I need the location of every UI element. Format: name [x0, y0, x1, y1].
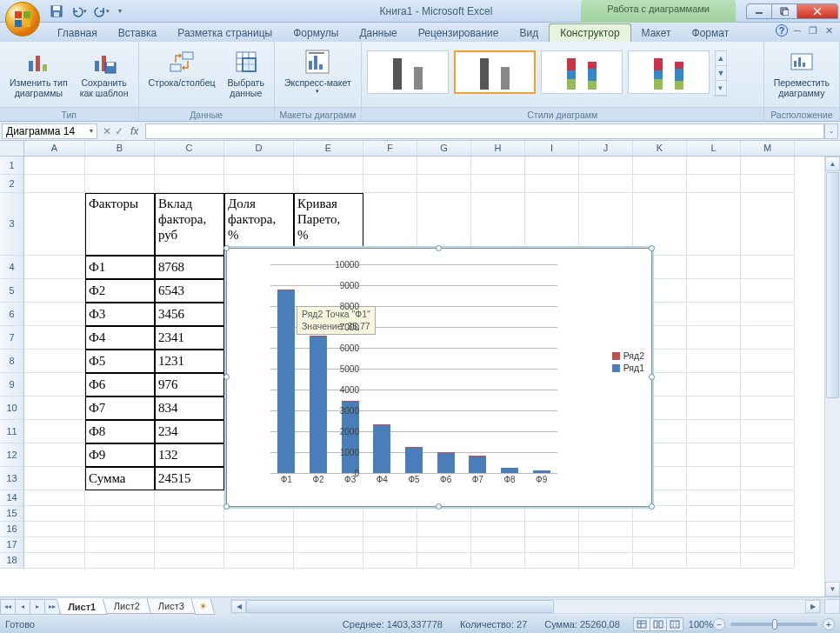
tab-home[interactable]: Главная [47, 24, 108, 42]
normal-view-icon[interactable] [633, 617, 650, 631]
resize-handle[interactable] [223, 245, 230, 251]
horizontal-scrollbar[interactable]: ◀ ▶ [230, 599, 821, 614]
scroll-left-icon[interactable]: ◀ [231, 600, 246, 613]
zoom-level[interactable]: 100% [689, 619, 713, 630]
scroll-up-icon[interactable]: ▲ [825, 157, 840, 171]
zoom-slider[interactable] [730, 623, 817, 626]
tab-chart-format[interactable]: Формат [682, 24, 740, 42]
svg-rect-13 [36, 56, 40, 71]
resize-handle[interactable] [649, 503, 655, 510]
zoom-out-icon[interactable]: − [713, 618, 725, 630]
doc-minimize-icon[interactable]: ─ [791, 24, 803, 37]
office-button[interactable] [5, 2, 40, 37]
col-header[interactable]: E [294, 141, 363, 156]
chart-bar[interactable] [277, 264, 295, 473]
vertical-scrollbar[interactable]: ▲ ▼ [824, 157, 840, 596]
svg-rect-6 [54, 12, 59, 17]
change-chart-type-button[interactable]: Изменить тип диаграммы [5, 45, 72, 101]
qat-customize-icon[interactable]: ▾ [115, 2, 125, 21]
formula-bar[interactable] [145, 123, 824, 139]
col-header[interactable]: I [525, 141, 579, 156]
tab-review[interactable]: Рецензирование [408, 24, 510, 42]
formula-bar-expand-icon[interactable]: ⌄ [824, 123, 838, 139]
tab-page-layout[interactable]: Разметка страницы [167, 24, 283, 42]
col-header[interactable]: A [24, 141, 85, 156]
sheet-tab-3[interactable]: Лист3 [147, 599, 197, 614]
maximize-button[interactable] [771, 3, 797, 19]
move-chart-button[interactable]: Переместить диаграмму [770, 45, 834, 101]
zoom-in-icon[interactable]: + [823, 618, 835, 630]
embedded-chart[interactable]: Ряд2Ряд1 Ряд2 Точка "Ф1" Значение: 35,77… [226, 248, 652, 507]
sheet-tab-2[interactable]: Лист2 [103, 599, 152, 614]
enter-formula-icon[interactable]: ✓ [115, 125, 123, 137]
col-header[interactable]: M [741, 141, 795, 156]
redo-icon[interactable]: ▾ [92, 2, 111, 21]
col-header[interactable]: B [85, 141, 155, 156]
name-box[interactable]: Диаграмма 14▾ [2, 123, 97, 139]
resize-handle[interactable] [436, 503, 442, 510]
col-header[interactable]: F [363, 141, 417, 156]
col-header[interactable]: H [471, 141, 525, 156]
minimize-button[interactable] [746, 3, 772, 19]
col-header[interactable]: J [579, 141, 633, 156]
doc-restore-icon[interactable]: ❐ [807, 24, 819, 37]
vscroll-thumb[interactable] [826, 172, 839, 398]
close-button[interactable] [797, 3, 838, 19]
select-all-button[interactable] [0, 141, 24, 156]
resize-handle[interactable] [223, 374, 230, 380]
namebox-dropdown-icon[interactable]: ▾ [90, 127, 93, 135]
tab-chart-design[interactable]: Конструктор [549, 23, 630, 42]
chart-bar[interactable] [405, 264, 423, 473]
tab-chart-layout[interactable]: Макет [631, 24, 682, 42]
x-axis-label: Ф2 [303, 475, 334, 484]
svg-rect-3 [23, 20, 30, 27]
scroll-right-icon[interactable]: ▶ [805, 600, 820, 613]
save-icon[interactable] [47, 2, 66, 21]
legend-item[interactable]: Ряд1 [612, 363, 644, 373]
tab-nav-first-icon[interactable]: ◂◂ [0, 599, 16, 615]
chart-bar[interactable] [373, 264, 390, 473]
chart-bar[interactable] [501, 264, 518, 473]
switch-row-column-button[interactable]: Строка/столбец [144, 45, 220, 90]
resize-handle[interactable] [223, 503, 230, 510]
chart-style-item[interactable] [367, 50, 449, 94]
col-header[interactable]: C [155, 141, 224, 156]
resize-handle[interactable] [649, 374, 655, 380]
resize-handle[interactable] [649, 245, 655, 251]
save-as-template-button[interactable]: Сохранить как шаблон [76, 45, 133, 101]
chart-bar[interactable] [437, 264, 455, 473]
style-gallery-scroll[interactable]: ▲▼▾ [715, 50, 727, 97]
legend-item[interactable]: Ряд2 [612, 350, 644, 361]
undo-icon[interactable]: ▾ [70, 2, 89, 21]
chart-style-item[interactable] [541, 50, 623, 94]
quick-layout-button[interactable]: Экспресс-макет▾ [280, 45, 356, 97]
sheet-tab-1[interactable]: Лист1 [56, 598, 107, 615]
new-sheet-button[interactable]: ✶ [191, 599, 216, 615]
tab-data[interactable]: Данные [349, 24, 407, 42]
select-data-button[interactable]: Выбрать данные [223, 45, 269, 101]
page-layout-view-icon[interactable] [650, 617, 667, 631]
chart-legend[interactable]: Ряд2Ряд1 [612, 349, 644, 375]
col-header[interactable]: L [687, 141, 741, 156]
cancel-formula-icon[interactable]: ✕ [103, 125, 111, 137]
zoom-thumb[interactable] [772, 619, 777, 630]
tab-nav-prev-icon[interactable]: ◂ [15, 599, 30, 615]
col-header[interactable]: D [224, 141, 294, 156]
chart-style-item[interactable] [454, 50, 536, 94]
chart-bar[interactable] [469, 264, 486, 473]
tab-formulas[interactable]: Формулы [283, 24, 349, 42]
help-icon[interactable]: ? [776, 24, 788, 37]
tab-view[interactable]: Вид [509, 24, 549, 42]
col-header[interactable]: G [417, 141, 471, 156]
chart-style-item[interactable] [628, 50, 710, 94]
doc-close-icon[interactable]: ✕ [823, 24, 835, 37]
tab-insert[interactable]: Вставка [108, 24, 168, 42]
hscroll-thumb[interactable] [246, 600, 554, 613]
resize-handle[interactable] [436, 245, 442, 251]
chart-bar[interactable] [533, 264, 550, 473]
tab-nav-next-icon[interactable]: ▸ [30, 599, 45, 615]
page-break-view-icon[interactable] [666, 617, 683, 631]
col-header[interactable]: K [633, 141, 687, 156]
scroll-down-icon[interactable]: ▼ [825, 582, 840, 596]
fx-icon[interactable]: fx [127, 125, 142, 137]
